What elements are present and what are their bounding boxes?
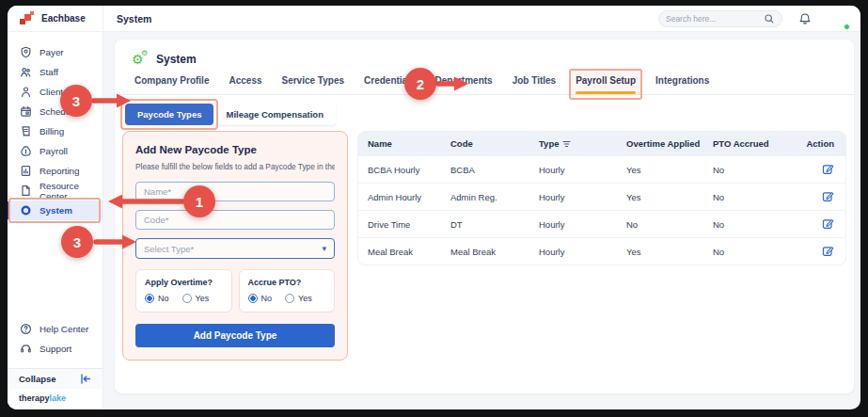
report-icon xyxy=(20,165,32,177)
sidebar-item-system[interactable]: System xyxy=(8,200,103,220)
col-pto-accrued: PTO Accrued xyxy=(713,138,802,149)
brand-name: Eachbase xyxy=(41,13,86,24)
search-icon[interactable] xyxy=(764,13,775,24)
calendar-icon xyxy=(20,105,32,118)
col-code: Code xyxy=(450,138,539,149)
cell-type: Hourly xyxy=(539,219,626,230)
collapse-button[interactable]: Collapse xyxy=(8,368,103,389)
radio-label: Yes xyxy=(298,294,312,303)
cell-pto: No xyxy=(713,247,802,257)
cell-pto: No xyxy=(713,165,802,175)
logo-part-therapy: therapy xyxy=(19,393,50,403)
collapse-left-icon xyxy=(80,374,91,384)
radio-selected-icon xyxy=(145,294,154,303)
radio-selected-icon xyxy=(248,294,258,303)
type-select[interactable]: Select Type* ▾ xyxy=(135,238,335,259)
sidebar-item-label: Payroll xyxy=(39,146,68,156)
tab-departments[interactable]: Departments xyxy=(435,75,493,94)
pto-radio-no[interactable]: No xyxy=(248,294,273,303)
search-box[interactable] xyxy=(658,10,782,27)
brand-logo-block[interactable]: Eachbase xyxy=(8,6,103,31)
sidebar-item-help-center[interactable]: Help Center xyxy=(8,319,103,339)
sidebar: Payer Staff Client Schedule Billing xyxy=(8,32,103,409)
cell-pto: No xyxy=(713,192,802,202)
pto-radio-yes[interactable]: Yes xyxy=(285,294,312,303)
subtab-mileage-compensation[interactable]: Mileage Compensation xyxy=(213,104,335,125)
overtime-radio-no[interactable]: No xyxy=(145,294,169,303)
sidebar-item-schedule[interactable]: Schedule xyxy=(8,102,103,121)
subtab-paycode-types[interactable]: Paycode Types xyxy=(125,104,213,125)
add-paycode-form: Add New Paycode Type Please fulfill the … xyxy=(122,131,348,361)
edit-row-button[interactable] xyxy=(822,217,834,230)
user-avatar[interactable] xyxy=(828,8,849,29)
col-type: Type xyxy=(539,138,559,149)
cell-type: Hourly xyxy=(539,247,626,257)
app-window: Eachbase System Paye xyxy=(8,6,860,409)
system-card: ⚙⚙ System Company Profile Access Service… xyxy=(115,40,854,393)
sidebar-nav: Payer Staff Client Schedule Billing xyxy=(8,32,103,220)
cell-code: DT xyxy=(450,219,539,230)
cell-type: Hourly xyxy=(539,165,626,175)
tab-company-profile[interactable]: Company Profile xyxy=(134,75,209,94)
tab-credentials[interactable]: Credentials xyxy=(364,75,415,94)
subtab-bar: Paycode Types Mileage Compensation xyxy=(125,104,854,125)
money-icon xyxy=(20,145,32,157)
sidebar-item-label: Payer xyxy=(39,47,64,57)
sidebar-item-reporting[interactable]: Reporting xyxy=(8,161,103,181)
cell-pto: No xyxy=(713,219,802,230)
bell-icon[interactable] xyxy=(798,12,812,25)
apply-overtime-question: Apply Overtime? xyxy=(145,278,223,287)
code-field[interactable] xyxy=(135,210,335,230)
sidebar-item-label: Reporting xyxy=(39,166,79,176)
sidebar-item-resource-center[interactable]: Resource Center xyxy=(8,181,103,200)
table-row: Meal Break Meal Break Hourly Yes No xyxy=(358,237,845,265)
tab-integrations[interactable]: Integrations xyxy=(655,75,709,94)
radio-unselected-icon xyxy=(182,294,192,303)
pencil-icon xyxy=(827,165,833,171)
tab-job-titles[interactable]: Job Titles xyxy=(513,75,557,94)
sidebar-item-payroll[interactable]: Payroll xyxy=(8,141,103,161)
sidebar-item-label: Billing xyxy=(39,126,64,136)
table-row: Admin Hourly Admin Reg. Hourly Yes No xyxy=(358,183,845,210)
sidebar-item-billing[interactable]: Billing xyxy=(8,121,103,141)
tab-label: Payroll Setup xyxy=(576,75,636,86)
radio-label: Yes xyxy=(196,294,210,303)
sidebar-item-label: Help Center xyxy=(39,324,88,334)
cell-name: Meal Break xyxy=(368,247,450,257)
table-header-row: Name Code Type Overtime Applied PTO Accr… xyxy=(358,132,845,155)
cell-overtime: Yes xyxy=(626,165,713,175)
pencil-icon xyxy=(827,192,833,199)
edit-row-button[interactable] xyxy=(822,245,834,257)
add-paycode-type-button[interactable]: Add Paycode Type xyxy=(135,324,335,347)
apply-overtime-group: Apply Overtime? No Yes xyxy=(135,269,232,313)
edit-row-button[interactable] xyxy=(822,163,834,175)
chevron-down-icon: ▾ xyxy=(322,245,326,253)
sidebar-item-label: Support xyxy=(39,344,71,354)
filter-icon[interactable] xyxy=(562,140,571,148)
tab-access[interactable]: Access xyxy=(229,75,261,94)
sidebar-item-client[interactable]: Client xyxy=(8,82,103,102)
sidebar-item-label: Client xyxy=(39,87,63,97)
paycode-table: Name Code Type Overtime Applied PTO Accr… xyxy=(357,131,846,265)
cell-code: Meal Break xyxy=(450,247,539,257)
edit-row-button[interactable] xyxy=(822,190,834,202)
accrue-pto-question: Accrue PTO? xyxy=(248,278,326,287)
tab-payroll-setup[interactable]: Payroll Setup xyxy=(576,75,636,94)
tab-bar: Company Profile Access Service Types Cre… xyxy=(115,71,854,95)
breadcrumb: System xyxy=(117,13,151,24)
name-field[interactable] xyxy=(135,182,335,201)
radio-label: No xyxy=(158,294,169,303)
sidebar-item-staff[interactable]: Staff xyxy=(8,62,103,82)
table-row: Drive Time DT Hourly No No xyxy=(358,210,845,237)
table-row: BCBA Hourly BCBA Hourly Yes No xyxy=(358,155,845,183)
overtime-radio-yes[interactable]: Yes xyxy=(182,294,210,303)
therapylake-logo: therapylake xyxy=(8,389,103,409)
logo-part-lake: lake xyxy=(50,393,67,403)
search-input[interactable] xyxy=(666,14,760,24)
sidebar-item-payer[interactable]: Payer xyxy=(8,42,103,62)
tab-service-types[interactable]: Service Types xyxy=(282,75,345,94)
radio-unselected-icon xyxy=(285,294,294,303)
shield-icon xyxy=(20,46,32,58)
sidebar-item-support[interactable]: Support xyxy=(8,339,103,359)
cell-name: BCBA Hourly xyxy=(368,165,450,175)
